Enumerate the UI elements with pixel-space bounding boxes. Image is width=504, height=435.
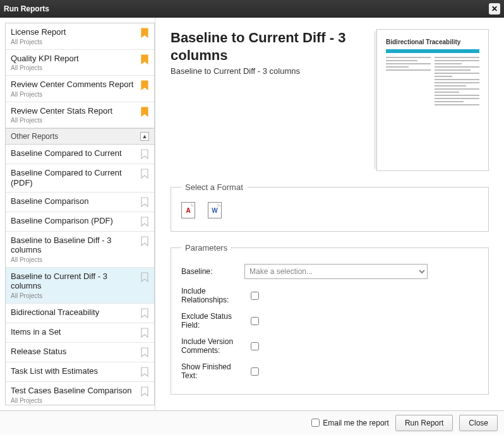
report-name: Baseline to Baseline Diff - 3 columns xyxy=(11,235,138,255)
content: License ReportAll ProjectsQuality KPI Re… xyxy=(0,18,504,410)
report-name: Baseline Compared to Current (PDF) xyxy=(11,168,138,188)
report-name: Bidirectional Traceability xyxy=(11,307,138,318)
report-item[interactable]: Release Status xyxy=(6,343,154,362)
format-legend: Select a Format xyxy=(181,182,247,192)
report-item[interactable]: License ReportAll Projects xyxy=(6,23,154,50)
format-fieldset: Select a Format A W xyxy=(171,182,489,232)
email-me-checkbox[interactable] xyxy=(311,419,320,427)
exclude-status-checkbox[interactable] xyxy=(251,317,259,325)
show-finished-checkbox[interactable] xyxy=(251,367,259,376)
report-item[interactable]: Test Cases Baseline ComparisonAll Projec… xyxy=(6,382,154,405)
report-item[interactable]: Items in a Set xyxy=(6,323,154,343)
close-button[interactable]: Close xyxy=(459,415,498,431)
word-format-icon[interactable]: W xyxy=(208,202,222,218)
report-scope: All Projects xyxy=(11,64,138,71)
bookmark-icon[interactable] xyxy=(140,235,149,247)
right-panel: Baseline to Current Diff - 3 columns Bas… xyxy=(155,18,504,410)
include-relationships-label: Include Relationships: xyxy=(181,287,244,304)
include-relationships-checkbox[interactable] xyxy=(251,292,259,300)
report-item[interactable]: Baseline to Baseline Diff - 3 columnsAll… xyxy=(6,232,154,268)
close-icon[interactable]: ✕ xyxy=(489,3,500,15)
titlebar: Run Reports ✕ xyxy=(0,0,504,18)
report-name: Release Status xyxy=(11,347,138,357)
report-item[interactable]: Quality KPI ReportAll Projects xyxy=(6,50,154,76)
report-name: Review Center Stats Report xyxy=(11,106,138,116)
bookmark-icon[interactable] xyxy=(140,54,149,65)
report-subtitle: Baseline to Current Diff - 3 columns xyxy=(171,66,365,76)
baseline-select[interactable]: Make a selection... xyxy=(244,264,428,279)
report-scope: All Projects xyxy=(11,397,138,404)
bookmark-icon[interactable] xyxy=(140,216,149,227)
report-item[interactable]: Baseline to Current Diff - 3 columnsAll … xyxy=(6,268,154,304)
bookmark-icon[interactable] xyxy=(140,168,149,179)
bookmark-icon[interactable] xyxy=(140,271,149,283)
report-item[interactable]: Baseline Compared to Current (PDF) xyxy=(6,164,154,192)
bookmark-icon[interactable] xyxy=(140,106,149,117)
section-header-label: Other Reports xyxy=(11,132,58,141)
bookmark-icon[interactable] xyxy=(140,386,149,397)
baseline-label: Baseline: xyxy=(181,267,244,276)
report-item[interactable]: Baseline Comparison (PDF) xyxy=(6,212,154,232)
report-scope: All Projects xyxy=(11,256,138,263)
bookmark-icon[interactable] xyxy=(140,307,149,319)
footer: Email me the report Run Report Close xyxy=(0,410,504,434)
preview-title: Bidirectional Traceability xyxy=(386,39,479,45)
section-header: Other Reports▲ xyxy=(6,128,154,145)
report-scope: All Projects xyxy=(11,39,138,45)
parameters-fieldset: Parameters Baseline: Make a selection...… xyxy=(171,243,489,395)
bookmark-icon[interactable] xyxy=(140,327,149,338)
bookmark-icon[interactable] xyxy=(140,80,149,91)
report-name: Review Center Comments Report xyxy=(11,80,138,90)
report-name: Baseline to Current Diff - 3 columns xyxy=(11,271,138,291)
report-title: Baseline to Current Diff - 3 columns xyxy=(171,29,365,64)
report-scope: All Projects xyxy=(11,91,138,98)
run-report-button[interactable]: Run Report xyxy=(395,415,453,431)
email-me-label[interactable]: Email me the report xyxy=(311,419,389,427)
report-name: Task List with Estimates xyxy=(11,366,138,376)
show-finished-label: Show Finished Text: xyxy=(181,362,244,380)
exclude-status-label: Exclude Status Field: xyxy=(181,312,244,330)
bookmark-icon[interactable] xyxy=(140,196,149,208)
report-item[interactable]: Baseline Compared to Current xyxy=(6,145,154,164)
report-item[interactable]: Review Center Comments ReportAll Project… xyxy=(6,76,154,102)
report-name: Baseline Compared to Current xyxy=(11,148,138,158)
bookmark-icon[interactable] xyxy=(140,27,149,39)
report-item[interactable]: Baseline Comparison xyxy=(6,193,154,212)
bookmark-icon[interactable] xyxy=(140,148,149,160)
parameters-legend: Parameters xyxy=(181,243,231,253)
left-panel: License ReportAll ProjectsQuality KPI Re… xyxy=(0,18,155,410)
pdf-format-icon[interactable]: A xyxy=(181,202,195,218)
report-name: Baseline Comparison (PDF) xyxy=(11,216,138,226)
report-name: Test Cases Baseline Comparison xyxy=(11,386,138,396)
report-item[interactable]: Review Center Stats ReportAll Projects xyxy=(6,102,154,129)
report-name: Quality KPI Report xyxy=(11,54,138,64)
report-name: Items in a Set xyxy=(11,327,138,337)
report-name: License Report xyxy=(11,27,138,37)
include-version-checkbox[interactable] xyxy=(251,342,259,350)
report-item[interactable]: Task List with Estimates xyxy=(6,362,154,382)
bookmark-icon[interactable] xyxy=(140,347,149,358)
report-scope: All Projects xyxy=(11,292,138,299)
report-name: Baseline Comparison xyxy=(11,196,138,206)
collapse-icon[interactable]: ▲ xyxy=(140,132,149,141)
include-version-label: Include Version Comments: xyxy=(181,337,244,355)
report-preview-thumbnail: Bidirectional Traceability xyxy=(376,29,489,171)
bookmark-icon[interactable] xyxy=(140,366,149,378)
window-title: Run Reports xyxy=(4,4,49,13)
report-scope: All Projects xyxy=(11,117,138,124)
report-item[interactable]: Bidirectional Traceability xyxy=(6,304,154,323)
report-list[interactable]: License ReportAll ProjectsQuality KPI Re… xyxy=(5,23,155,405)
